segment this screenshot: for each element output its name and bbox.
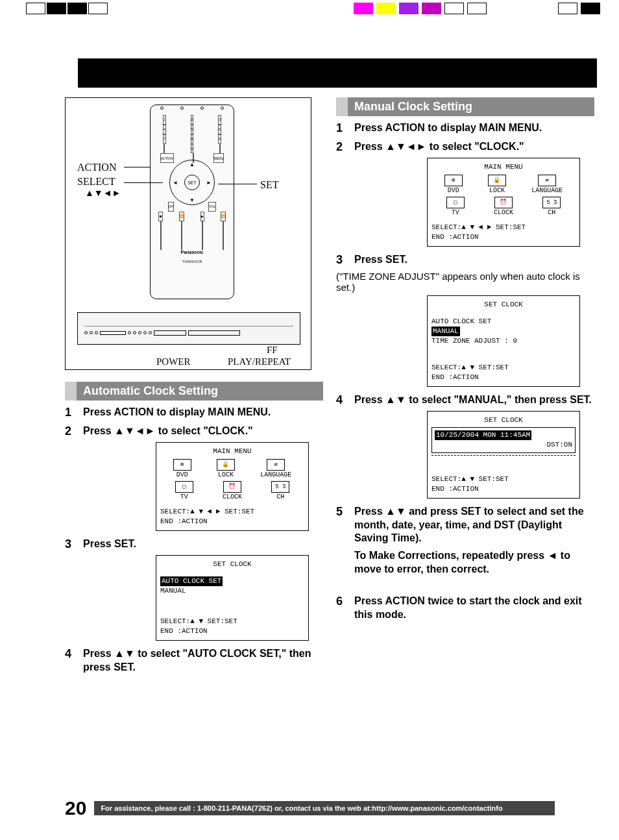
osd-set-clock-auto: SET CLOCK AUTO CLOCK SET MANUAL SELECT:▲…: [156, 555, 309, 641]
page-number: 20: [65, 797, 86, 819]
device-label-ff: FF: [267, 345, 278, 356]
auto-step-2: 2 Press ▲▼◄► to select "CLOCK.": [65, 425, 323, 438]
osd-main-menu-auto: MAIN MENU ⊚DVD 🔒LOCK ⇄LANGUAGE ▢TV ⏰CLOC…: [156, 442, 309, 531]
manual-step-2: 2 Press ▲▼◄► to select "CLOCK.": [336, 140, 594, 154]
manual-step-4: 4 Press ▲▼ to select "MANUAL," then pres…: [336, 393, 594, 407]
auto-step-4: 4 Press ▲▼ to select "AUTO CLOCK SET," t…: [65, 647, 323, 674]
device-front-panel: [77, 312, 300, 345]
osd-set-clock-manual-tz: SET CLOCK AUTO CLOCK SET MANUAL TIME ZON…: [427, 295, 580, 387]
remote-label-select-arrows: ▲▼◄►: [85, 188, 121, 198]
remote-body: 123 456 789 0 ACTIONMENU SET ▲ ▼ ◄ ►: [150, 105, 234, 299]
right-column: Manual Clock Setting 1 Press ACTION to d…: [336, 97, 594, 678]
remote-label-select: SELECT: [77, 176, 115, 188]
color-swatch-bar: [0, 3, 619, 16]
footer-assist-bar: For assistance, please call : 1-800-211-…: [94, 801, 555, 815]
left-column: 123 456 789 0 ACTIONMENU SET ▲ ▼ ◄ ►: [65, 97, 323, 678]
page-footer: 20 For assistance, please call : 1-800-2…: [65, 797, 555, 819]
section-header-auto: Automatic Clock Setting: [65, 382, 323, 401]
device-label-play: PLAY/REPEAT: [228, 356, 291, 367]
section-header-manual: Manual Clock Setting: [336, 97, 594, 116]
manual-step-6: 6 Press ACTION twice to start the clock …: [336, 595, 594, 622]
osd-main-menu-manual: MAIN MENU ⊚DVD 🔒LOCK ⇄LANGUAGE ▢TV ⏰CLOC…: [427, 158, 580, 247]
auto-step-1: 1 Press ACTION to display MAIN MENU.: [65, 406, 323, 419]
manual-step-5-sub: To Make Corrections, repeatedly press ◄ …: [354, 549, 594, 576]
remote-label-set: SET: [260, 179, 278, 191]
device-label-power: POWER: [156, 356, 191, 367]
manual-step-1: 1 Press ACTION to display MAIN MENU.: [336, 121, 594, 135]
manual-step-3-note: ("TIME ZONE ADJUST" appears only when au…: [336, 271, 594, 293]
auto-step-3: 3 Press SET.: [65, 537, 323, 551]
remote-illustration: 123 456 789 0 ACTIONMENU SET ▲ ▼ ◄ ►: [65, 97, 311, 370]
header-black-bar: [78, 58, 597, 88]
manual-step-5: 5 Press ▲▼ and press SET to select and s…: [336, 505, 594, 545]
osd-set-clock-manual-date: SET CLOCK 10/25/2004 MON 11:45AM DST:ON …: [427, 411, 580, 499]
remote-label-action: ACTION: [77, 162, 116, 173]
manual-step-3: 3 Press SET.: [336, 253, 594, 267]
